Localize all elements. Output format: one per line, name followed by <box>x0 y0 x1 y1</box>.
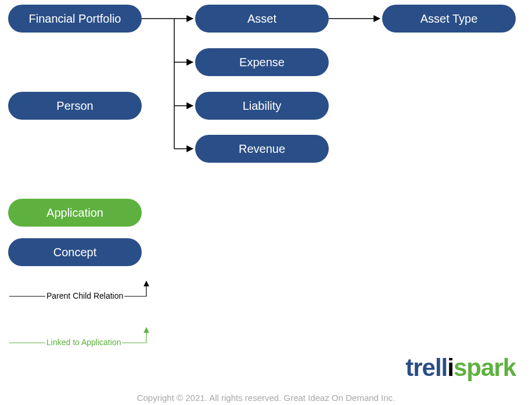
logo-part-2: i <box>447 354 454 381</box>
legend-linked-label: Linked to Application <box>45 338 122 347</box>
node-asset: Asset <box>195 5 329 33</box>
node-revenue: Revenue <box>195 135 329 163</box>
node-application: Application <box>8 199 142 227</box>
node-expense: Expense <box>195 48 329 76</box>
trellispark-logo: trellispark <box>405 354 516 382</box>
logo-part-1: trell <box>405 354 447 381</box>
node-liability: Liability <box>195 92 329 120</box>
node-asset-type: Asset Type <box>382 5 516 33</box>
legend-parent-child-label: Parent Child Relation <box>45 291 124 300</box>
node-financial-portfolio: Financial Portfolio <box>8 5 142 33</box>
node-person: Person <box>8 92 142 120</box>
copyright-footer: Copyright © 2021. All rights reserved. G… <box>0 393 532 403</box>
logo-part-3: spark <box>454 354 516 381</box>
node-concept: Concept <box>8 238 142 266</box>
